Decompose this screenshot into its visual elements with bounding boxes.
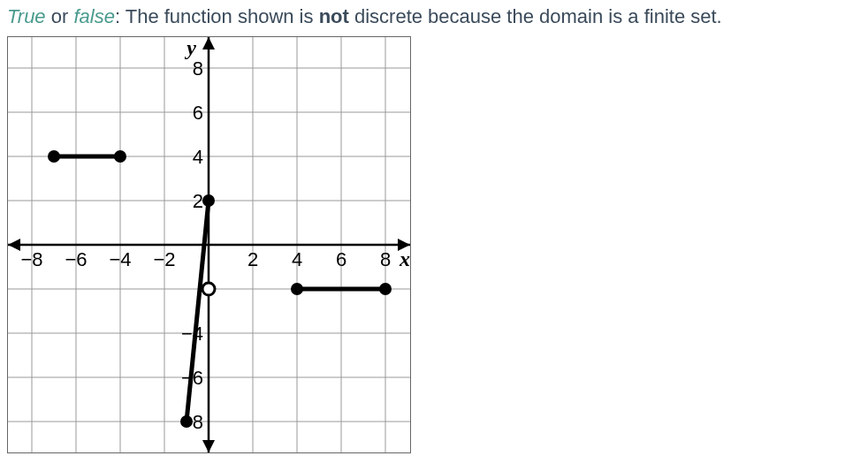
y-tick-label: 2 xyxy=(193,190,203,212)
false-label: false xyxy=(73,5,114,27)
x-tick-label: 4 xyxy=(292,248,302,270)
x-tick-label: 8 xyxy=(380,248,391,270)
x-tick-label: −2 xyxy=(153,248,175,270)
closed-endpoint xyxy=(291,283,303,295)
x-axis-label: x xyxy=(399,247,410,270)
closed-endpoint xyxy=(180,415,193,428)
x-tick-label: 6 xyxy=(336,248,346,270)
y-tick-label: −4 xyxy=(181,323,203,345)
svg-marker-22 xyxy=(202,37,215,49)
x-tick-label: −4 xyxy=(109,248,131,270)
colon: : xyxy=(115,5,126,27)
svg-marker-23 xyxy=(202,440,215,452)
y-tick-label: 4 xyxy=(193,146,203,168)
closed-endpoint xyxy=(379,283,392,295)
true-label: True xyxy=(7,5,46,27)
closed-endpoint xyxy=(114,150,126,163)
question-text: True or false: The function shown is not… xyxy=(7,4,861,31)
x-tick-label: −8 xyxy=(20,248,42,270)
or-label: or xyxy=(46,5,74,27)
closed-endpoint xyxy=(202,194,215,207)
closed-endpoint xyxy=(48,150,60,163)
y-tick-label: 8 xyxy=(193,57,203,80)
graph-container: −8−6−4−22468−8−6−42468yx xyxy=(7,36,411,453)
x-tick-label: 2 xyxy=(247,248,258,270)
svg-marker-21 xyxy=(8,239,20,251)
q-after: discrete because the domain is a finite … xyxy=(349,5,722,27)
x-tick-label: −6 xyxy=(65,248,87,270)
open-endpoint xyxy=(202,283,215,295)
q-before: The function shown is xyxy=(126,5,319,27)
y-axis-label: y xyxy=(184,37,196,59)
coordinate-plane: −8−6−4−22468−8−6−42468yx xyxy=(8,37,410,452)
y-tick-label: 6 xyxy=(193,102,203,124)
q-bold: not xyxy=(319,5,349,27)
